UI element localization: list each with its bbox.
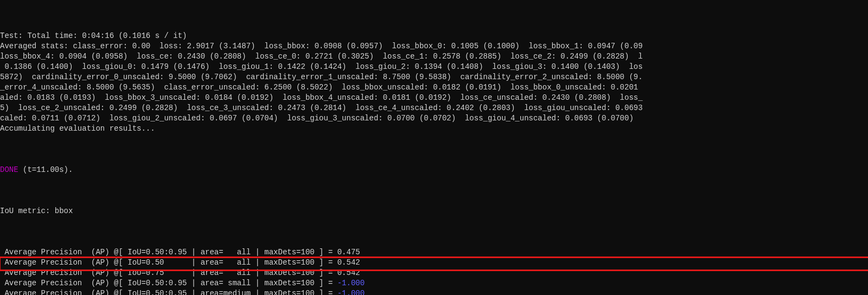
done-label: DONE [0, 165, 18, 174]
metric-row: Average Precision (AP) @[ IoU=0.50:0.95 … [0, 278, 868, 288]
metric-value: -1.000 [337, 289, 365, 295]
done-line: DONE (t=11.00s). [0, 165, 868, 175]
stats-line: _error_4_unscaled: 8.5000 (9.5635) class… [0, 82, 868, 93]
done-suffix: (t=11.00s). [18, 165, 73, 174]
metric-row: Average Precision (AP) @[ IoU=0.50 | are… [0, 258, 868, 268]
metric-row: Average Precision (AP) @[ IoU=0.50:0.95 … [0, 288, 868, 295]
stats-line: Averaged stats: class_error: 0.00 loss: … [0, 41, 868, 52]
stats-line: caled: 0.0711 (0.0712) loss_giou_2_unsca… [0, 113, 868, 124]
terminal-window[interactable]: Test: Total time: 0:04:16 (0.1016 s / it… [0, 0, 868, 295]
metric-value: 0.542 [337, 268, 360, 277]
stats-line: Test: Total time: 0:04:16 (0.1016 s / it… [0, 31, 868, 41]
stats-line: aled: 0.0183 (0.0193) loss_bbox_3_unscal… [0, 93, 868, 103]
metric-value: 0.542 [337, 258, 360, 267]
stats-line: Accumulating evaluation results... [0, 124, 868, 134]
stats-output: Test: Total time: 0:04:16 (0.1016 s / it… [0, 31, 868, 134]
stats-line: 5872) cardinality_error_0_unscaled: 9.50… [0, 72, 868, 82]
metric-row: Average Precision (AP) @[ IoU=0.50:0.95 … [0, 247, 868, 258]
stats-line: 0.1386 (0.1400) loss_giou_0: 0.1479 (0.1… [0, 62, 868, 72]
stats-line: loss_bbox_4: 0.0904 (0.0958) loss_ce: 0.… [0, 52, 868, 62]
metric-row: Average Precision (AP) @[ IoU=0.75 | are… [0, 268, 868, 278]
iou-metric-header: IoU metric: bbox [0, 206, 868, 216]
metric-value: -1.000 [337, 279, 365, 287]
stats-line: 5) loss_ce_2_unscaled: 0.2499 (0.2828) l… [0, 103, 868, 113]
metric-value: 0.475 [337, 248, 360, 256]
coco-metrics: Average Precision (AP) @[ IoU=0.50:0.95 … [0, 247, 868, 295]
